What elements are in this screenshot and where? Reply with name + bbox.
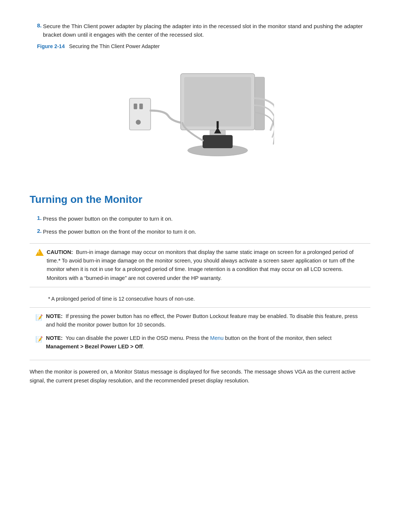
- note-2-bold: Management > Bezel Power LED > Off: [46, 344, 143, 349]
- step-1-text: Press the power button on the computer t…: [43, 215, 370, 223]
- note-1-content: NOTE: If pressing the power button has n…: [46, 312, 364, 329]
- step-8-text: Secure the Thin Client power adapter by …: [43, 22, 370, 39]
- note-1-icon: 📝: [36, 313, 43, 322]
- step-8-item: 8. Secure the Thin Client power adapter …: [30, 22, 370, 39]
- svg-rect-2: [139, 104, 143, 109]
- step-1-item: 1. Press the power button on the compute…: [30, 215, 370, 223]
- step-2-item: 2. Press the power button on the front o…: [30, 228, 370, 236]
- note-1-section: 📝 NOTE: If pressing the power button has…: [30, 307, 370, 360]
- monitor-svg: [126, 57, 274, 175]
- note-2-box: 📝 NOTE: You can disable the power LED in…: [36, 334, 364, 351]
- figure-caption: Figure 2-14 Securing the Thin Client Pow…: [30, 43, 370, 49]
- body-text: When the monitor is powered on, a Monito…: [30, 368, 370, 385]
- note-2-menu-link: Menu: [210, 335, 223, 341]
- figure-illustration: [30, 57, 370, 175]
- caution-text: Burn-in image damage may occur on monito…: [47, 249, 354, 281]
- note-2-content: NOTE: You can disable the power LED in t…: [46, 334, 364, 351]
- figure-caption-text: [66, 43, 68, 49]
- notebook-icon: 📝: [36, 314, 43, 321]
- note-2-text-before: You can disable the power LED in the OSD…: [66, 335, 210, 341]
- step-8-number: 8.: [30, 22, 43, 39]
- section-title: Turning on the Monitor: [30, 194, 370, 205]
- note-1-label: NOTE:: [46, 313, 63, 319]
- svg-rect-9: [203, 135, 233, 148]
- step-1-number: 1.: [30, 215, 43, 223]
- step-2-text: Press the power button on the front of t…: [43, 228, 370, 236]
- note-2-text-after: button on the front of the monitor, then…: [224, 335, 332, 341]
- caution-label: CAUTION:: [47, 249, 73, 255]
- footnote-text: * A prolonged period of time is 12 conse…: [48, 295, 370, 303]
- caution-box: CAUTION: Burn-in image damage may occur …: [30, 243, 370, 287]
- svg-rect-6: [255, 77, 265, 130]
- step-2-number: 2.: [30, 228, 43, 236]
- note-2-end: .: [143, 344, 144, 349]
- note-1-text: If pressing the power button has no effe…: [46, 313, 358, 328]
- svg-rect-5: [184, 77, 251, 126]
- note-2-icon: 📝: [36, 335, 43, 344]
- svg-rect-0: [130, 98, 151, 130]
- svg-rect-11: [217, 121, 219, 128]
- steps-container: 1. Press the power button on the compute…: [30, 215, 370, 236]
- svg-rect-1: [134, 104, 137, 109]
- note-1-box: 📝 NOTE: If pressing the power button has…: [36, 312, 364, 329]
- caution-content: CAUTION: Burn-in image damage may occur …: [47, 248, 364, 282]
- caution-triangle-icon: [36, 249, 44, 257]
- svg-point-3: [136, 120, 141, 124]
- note-2-label: NOTE:: [46, 335, 63, 341]
- notebook-icon-2: 📝: [36, 336, 43, 342]
